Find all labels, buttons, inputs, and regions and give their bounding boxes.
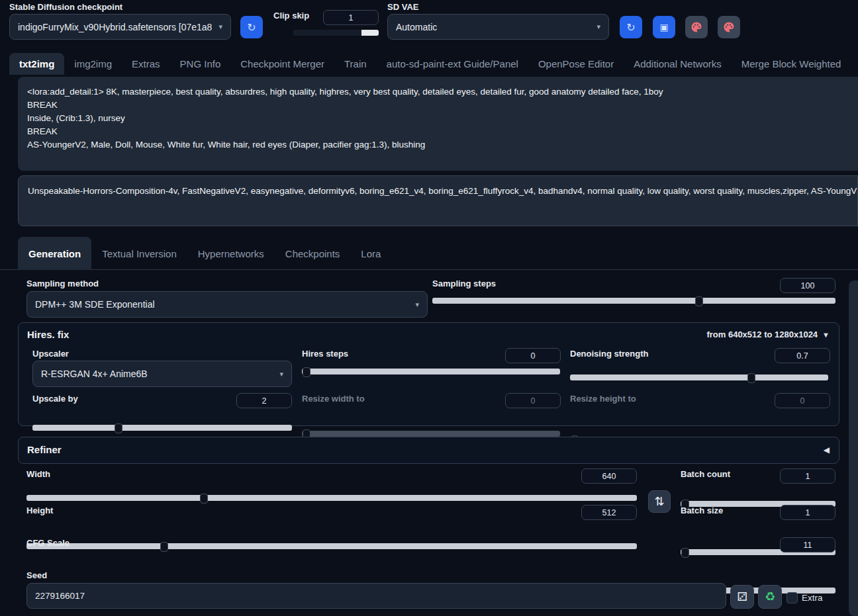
random-seed-button[interactable]: ⚂: [730, 585, 754, 609]
seed-input[interactable]: 2279166017: [26, 583, 726, 609]
seed-label: Seed: [26, 570, 47, 580]
tab-openpose-editor[interactable]: OpenPose Editor: [528, 53, 624, 75]
chevron-down-icon: ▾: [415, 300, 419, 309]
main-tab-bar: txt2img img2img Extras PNG Info Checkpoi…: [9, 53, 851, 75]
tab-checkpoints[interactable]: Checkpoints: [275, 237, 351, 270]
sd-webui-screen: Stable Diffusion checkpoint indigoFurryM…: [0, 0, 858, 616]
tab-extras[interactable]: Extras: [122, 53, 170, 75]
tab-textual-inversion[interactable]: Textual Inversion: [91, 237, 187, 270]
theme-palette-button-2[interactable]: [718, 16, 740, 38]
width-label: Width: [26, 469, 50, 479]
swap-icon: ⇅: [654, 494, 664, 509]
slider-thumb[interactable]: [303, 367, 310, 377]
tab-train[interactable]: Train: [334, 53, 377, 75]
negative-prompt-text: Unspeakable-Horrors-Composition-4v, Fast…: [28, 185, 848, 198]
refresh-checkpoint-button[interactable]: ↻: [240, 16, 263, 38]
slider-thumb[interactable]: [160, 542, 168, 552]
sd-vae-label: SD VAE: [387, 2, 418, 12]
cfg-scale-label: CFG Scale: [26, 538, 70, 548]
window-icon: ▣: [659, 22, 668, 32]
tab-generation[interactable]: Generation: [18, 237, 91, 270]
extra-seed-checkbox[interactable]: [787, 592, 798, 603]
slider-thumb[interactable]: [681, 548, 689, 558]
slider-thumb[interactable]: [695, 296, 703, 306]
seed-value: 2279166017: [35, 591, 85, 601]
hires-resolution-note[interactable]: from 640x512 to 1280x1024 ▼: [706, 330, 830, 339]
clip-skip-label: Clip skip: [273, 11, 309, 21]
resize-width-label: Resize width to: [302, 394, 365, 404]
hires-steps-input[interactable]: 0: [505, 348, 561, 363]
sampling-steps-slider[interactable]: [432, 298, 835, 304]
upscaler-value: R-ESRGAN 4x+ Anime6B: [41, 369, 148, 379]
upscale-by-label: Upscale by: [32, 394, 78, 404]
denoising-strength-input[interactable]: 0.7: [775, 348, 830, 363]
batch-size-label: Batch size: [681, 506, 723, 515]
sampling-method-label: Sampling method: [26, 279, 99, 288]
refresh-icon: ↻: [247, 21, 256, 34]
width-input[interactable]: 640: [581, 468, 637, 484]
extra-seed-label: Extra: [802, 593, 823, 603]
sampling-steps-label: Sampling steps: [432, 279, 496, 288]
cfg-scale-input[interactable]: 11: [780, 537, 835, 552]
upscale-by-slider[interactable]: [32, 425, 292, 431]
batch-count-input[interactable]: 1: [780, 468, 835, 484]
hires-steps-slider[interactable]: [302, 369, 560, 374]
width-slider[interactable]: [26, 495, 637, 501]
dice-icon: ⚂: [737, 590, 747, 604]
theme-palette-button[interactable]: [685, 16, 708, 38]
recycle-icon: ♻: [765, 590, 775, 604]
prompt-textarea[interactable]: <lora:add_detail:1> 8K, masterpiece, bes…: [18, 77, 858, 171]
tab-checkpoint-merger[interactable]: Checkpoint Merger: [230, 53, 334, 75]
slider-thumb[interactable]: [200, 494, 208, 504]
tab-txt2img[interactable]: txt2img: [9, 53, 64, 75]
refiner-panel[interactable]: Refiner ◀: [18, 437, 839, 464]
refiner-title: Refiner: [27, 444, 62, 455]
slider-thumb[interactable]: [115, 423, 122, 433]
tab-hypernetworks[interactable]: Hypernetworks: [187, 237, 275, 270]
window-tool-button[interactable]: ▣: [653, 16, 675, 38]
generation-tab-bar: Generation Textual Inversion Hypernetwor…: [18, 237, 391, 270]
tab-lora[interactable]: Lora: [350, 237, 391, 270]
resize-width-slider[interactable]: [302, 431, 560, 437]
prompt-line: BREAK: [27, 125, 849, 138]
clip-skip-input[interactable]: 1: [323, 10, 379, 25]
tab-merge-block-weighted[interactable]: Merge Block Weighted: [732, 53, 851, 75]
upscaler-dropdown[interactable]: R-ESRGAN 4x+ Anime6B ▾: [32, 361, 292, 387]
refresh-icon: ↻: [626, 21, 635, 34]
height-input[interactable]: 512: [581, 505, 637, 520]
resize-height-label: Resize height to: [570, 394, 636, 404]
hires-fix-title[interactable]: Hires. fix: [27, 329, 69, 340]
hires-steps-label: Hires steps: [302, 349, 348, 359]
checkpoint-dropdown[interactable]: indigoFurryMix_v90Hybrid.safetensors [07…: [9, 14, 231, 40]
clip-skip-slider[interactable]: [293, 30, 379, 36]
palette-icon: [691, 21, 702, 33]
batch-count-label: Batch count: [681, 469, 730, 479]
batch-size-input[interactable]: 1: [780, 505, 835, 520]
tab-img2img[interactable]: img2img: [64, 53, 122, 75]
refresh-vae-button[interactable]: ↻: [620, 16, 642, 38]
sd-vae-dropdown[interactable]: Automatic ▾: [387, 14, 609, 40]
prompt-line: BREAK: [27, 99, 849, 112]
swap-dimensions-button[interactable]: ⇅: [648, 490, 671, 513]
hires-resolution-text: from 640x512 to 1280x1024: [706, 330, 818, 339]
chevron-down-icon: ▾: [596, 22, 600, 31]
slider-thumb[interactable]: [747, 373, 755, 383]
collapse-left-icon: ◀: [824, 445, 830, 455]
prompt-line: Inside, (Crib:1.3), nursey: [27, 112, 849, 125]
negative-prompt-textarea[interactable]: Unspeakable-Horrors-Composition-4v, Fast…: [18, 175, 858, 226]
right-column-panel-edge: [849, 281, 858, 616]
height-label: Height: [26, 506, 53, 515]
sampling-method-dropdown[interactable]: DPM++ 3M SDE Exponential ▾: [26, 291, 428, 318]
tab-additional-networks[interactable]: Additional Networks: [624, 53, 732, 75]
tab-png-info[interactable]: PNG Info: [170, 53, 231, 75]
height-slider[interactable]: [26, 543, 637, 549]
chevron-down-icon: ▾: [218, 22, 222, 31]
upscale-by-input[interactable]: 2: [236, 393, 292, 408]
tab-auto-sd-paint-ext[interactable]: auto-sd-paint-ext Guide/Panel: [377, 53, 528, 75]
sampling-steps-input[interactable]: 100: [780, 278, 835, 293]
resize-height-input[interactable]: 0: [775, 393, 830, 408]
denoising-strength-label: Denoising strength: [570, 349, 648, 359]
denoising-strength-slider[interactable]: [570, 374, 828, 380]
reuse-seed-button[interactable]: ♻: [758, 585, 782, 609]
resize-width-input[interactable]: 0: [505, 393, 561, 408]
